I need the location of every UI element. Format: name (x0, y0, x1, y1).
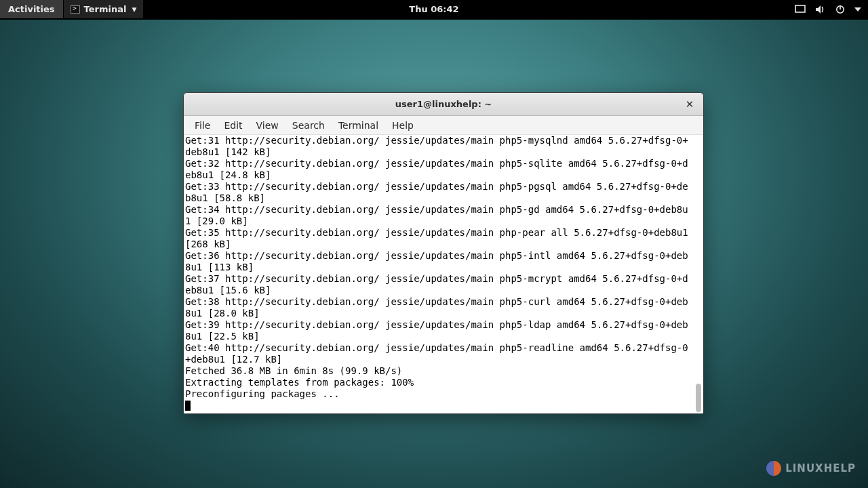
menu-terminal[interactable]: Terminal (332, 117, 385, 134)
window-titlebar[interactable]: user1@linuxhelp: ~ ✕ (184, 93, 703, 116)
watermark-logo-icon (766, 461, 781, 476)
menu-view[interactable]: View (250, 117, 285, 134)
svg-marker-4 (854, 7, 861, 12)
svg-marker-1 (816, 5, 821, 14)
app-menu-button[interactable]: Terminal ▼ (64, 0, 144, 18)
watermark-text: LINUXHELP (785, 462, 856, 474)
topbar-separator (0, 18, 868, 20)
power-icon[interactable] (835, 5, 845, 14)
terminal-scrollbar[interactable] (695, 135, 702, 412)
menu-file[interactable]: File (188, 117, 217, 134)
svg-rect-0 (795, 5, 805, 12)
chevron-down-icon: ▼ (132, 6, 136, 13)
menu-edit[interactable]: Edit (217, 117, 249, 134)
terminal-output: Get:31 http://security.debian.org/ jessi… (185, 135, 694, 413)
system-chevron-down-icon[interactable] (854, 6, 861, 13)
terminal-icon (71, 5, 80, 14)
watermark: LINUXHELP (766, 461, 856, 476)
activities-button[interactable]: Activities (0, 0, 64, 18)
clock-label[interactable]: Thu 06:42 (409, 4, 458, 14)
window-title: user1@linuxhelp: ~ (395, 99, 492, 109)
scrollbar-thumb[interactable] (696, 384, 701, 412)
volume-icon[interactable] (815, 5, 826, 14)
terminal-cursor (185, 401, 191, 411)
app-menu-label: Terminal (84, 4, 127, 14)
terminal-body[interactable]: Get:31 http://security.debian.org/ jessi… (184, 135, 703, 413)
terminal-menubar: File Edit View Search Terminal Help (184, 116, 703, 135)
screen-icon[interactable] (795, 5, 806, 14)
menu-search[interactable]: Search (285, 117, 332, 134)
close-icon: ✕ (686, 98, 694, 110)
menu-help[interactable]: Help (385, 117, 420, 134)
window-close-button[interactable]: ✕ (683, 98, 696, 111)
terminal-window: user1@linuxhelp: ~ ✕ File Edit View Sear… (183, 92, 704, 414)
gnome-top-bar: Activities Terminal ▼ Thu 06:42 (0, 0, 868, 18)
